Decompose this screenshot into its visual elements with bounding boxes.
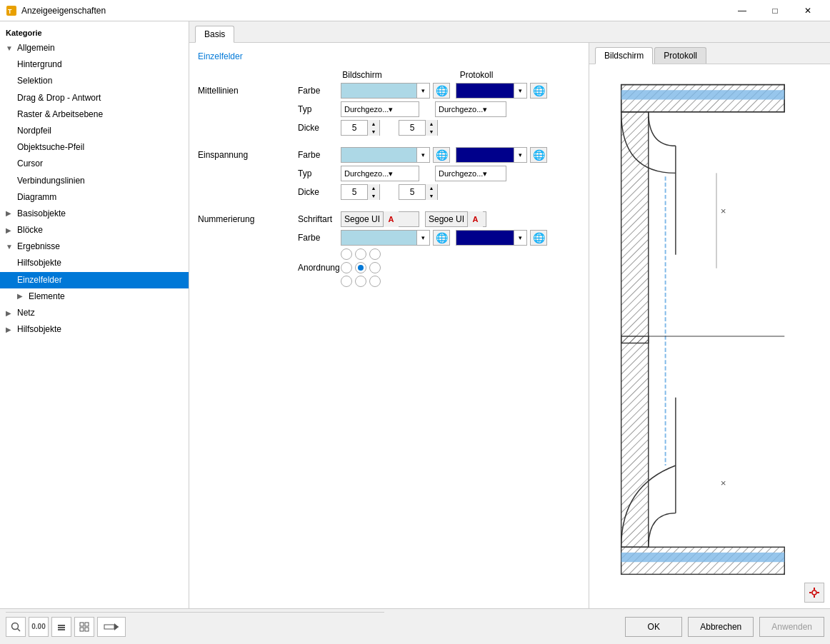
sidebar-item-netz[interactable]: ▶ Netz <box>0 305 189 321</box>
sidebar-item-bloecke[interactable]: ▶ Blöcke <box>0 222 189 238</box>
preview-tab-bildschirm[interactable]: Bildschirm <box>595 47 653 64</box>
mittellinien-typ-bildschirm-dropdown[interactable]: Durchgezo... ▾ <box>341 101 419 117</box>
mittellinien-farbe-protokoll-dropdown[interactable]: ▾ <box>456 83 527 99</box>
einspannung-typ-bildschirm-dropdown[interactable]: Durchgezo... ▾ <box>341 166 419 181</box>
mittellinien-dicke-protokoll-down[interactable]: ▼ <box>426 128 437 136</box>
close-button[interactable]: ✕ <box>791 0 824 21</box>
einspannung-dicke-bildschirm-input[interactable] <box>341 187 367 197</box>
svg-rect-24 <box>817 592 819 593</box>
sidebar-item-einzelfelder[interactable]: Einzelfelder <box>0 272 189 288</box>
sidebar-item-nordpfeil[interactable]: Nordpfeil <box>0 123 189 139</box>
mittellinien-dicke-bildschirm-up[interactable]: ▲ <box>368 120 379 128</box>
einspannung-farbe-bildschirm-globe[interactable]: 🌐 <box>433 147 450 163</box>
einspannung-dicke-bildschirm-down[interactable]: ▼ <box>368 192 379 200</box>
sidebar-item-verbindungslinien[interactable]: Verbindungslinien <box>0 173 189 189</box>
sidebar-item-ergebnisse[interactable]: ▼ Ergebnisse <box>0 238 189 255</box>
nummerierung-farbe-protokoll-swatch <box>456 231 514 245</box>
einspannung-farbe-controls: ▾ 🌐 ▾ 🌐 <box>341 147 547 163</box>
mittellinien-farbe-bildschirm-globe[interactable]: 🌐 <box>433 83 450 99</box>
radio-3[interactable] <box>369 248 381 260</box>
settings-icon <box>809 587 820 598</box>
mittellinien-dicke-protokoll-spinner: ▲ ▼ <box>399 120 438 136</box>
sidebar-item-hilfsobjekte[interactable]: Hilfsobjekte <box>0 255 189 271</box>
einspannung-farbe-bildschirm-dropdown[interactable]: ▾ <box>341 147 430 163</box>
sidebar-item-allgemein[interactable]: ▼ Allgemein <box>0 40 189 56</box>
nummerierung-farbe-protokoll-globe[interactable]: 🌐 <box>530 230 547 246</box>
abbrechen-button[interactable]: Abbrechen <box>688 617 754 637</box>
mittellinien-dicke-protokoll-input[interactable] <box>399 123 425 133</box>
preview-tab-protokoll[interactable]: Protokoll <box>654 47 706 64</box>
mittellinien-dicke-bildschirm-input[interactable] <box>341 123 367 133</box>
radio-8[interactable] <box>355 276 366 287</box>
sidebar-item-diagramm[interactable]: Diagramm <box>0 189 189 206</box>
mittellinien-farbe-bildschirm-arrow[interactable]: ▾ <box>416 84 429 98</box>
mittellinien-farbe-protokoll-arrow[interactable]: ▾ <box>514 84 526 98</box>
nummerierung-farbe-bildschirm-arrow[interactable]: ▾ <box>416 231 429 245</box>
footer-icon4[interactable] <box>74 617 94 637</box>
nummerierung-schriftart-bildschirm-btn[interactable]: Segoe UI A <box>341 211 419 227</box>
anwenden-button[interactable]: Anwenden <box>759 617 824 637</box>
maximize-button[interactable]: □ <box>759 0 791 21</box>
radio-4[interactable] <box>341 262 352 273</box>
farbe-label-1: Farbe <box>298 86 341 96</box>
preview-settings-button[interactable] <box>804 583 824 603</box>
window-title: Anzeigeeigenschaften <box>21 6 106 16</box>
radio-1[interactable] <box>341 248 352 260</box>
sidebar-item-cursor[interactable]: Cursor <box>0 156 189 172</box>
mittellinien-farbe-protokoll-globe[interactable]: 🌐 <box>530 83 547 99</box>
sidebar-item-drag-drop[interactable]: Drag & Drop - Antwort <box>0 90 189 106</box>
svg-rect-29 <box>58 629 65 630</box>
mittellinien-dicke-bildschirm-btns: ▲ ▼ <box>367 120 379 136</box>
einspannung-dicke-protokoll-up[interactable]: ▲ <box>426 184 437 192</box>
mittellinien-farbe-bildschirm-dropdown[interactable]: ▾ <box>341 83 430 99</box>
sidebar-item-objektsuche[interactable]: Objektsuche-Pfeil <box>0 139 189 156</box>
radio-row-3 <box>341 276 381 287</box>
sidebar-item-basisobjekte[interactable]: ▶ Basisobjekte <box>0 206 189 222</box>
tab-bar: Basis <box>189 21 830 43</box>
preview-settings-area <box>804 583 824 603</box>
mittellinien-farbe-bildschirm-controls: ▾ 🌐 ▾ 🌐 <box>341 83 547 99</box>
nummerierung-farbe-bildschirm-dropdown[interactable]: ▾ <box>341 230 430 246</box>
einspannung-typ-protokoll-dropdown[interactable]: Durchgezo... ▾ <box>435 166 506 181</box>
einspannung-dicke-protokoll-input[interactable] <box>399 187 425 197</box>
nummerierung-farbe-protokoll-dropdown[interactable]: ▾ <box>456 230 527 246</box>
footer-value-button[interactable]: 0.00 <box>29 617 49 637</box>
mittellinien-dicke-bildschirm-down[interactable]: ▼ <box>368 128 379 136</box>
nummerierung-schriftart-protokoll-btn[interactable]: Segoe UI A <box>425 211 486 227</box>
einspannung-dicke-protokoll-down[interactable]: ▼ <box>426 192 437 200</box>
footer: 0.00 <box>0 608 830 644</box>
dicke-label-2: Dicke <box>298 187 341 197</box>
einspannung-dicke-bildschirm-up[interactable]: ▲ <box>368 184 379 192</box>
einspannung-typ-controls: Durchgezo... ▾ Durchgezo... ▾ <box>341 166 506 181</box>
sidebar-item-label-elemente: Elemente <box>29 290 65 303</box>
nummerierung-farbe-bildschirm-swatch <box>341 231 416 245</box>
einspannung-farbe-protokoll-dropdown[interactable]: ▾ <box>456 147 527 163</box>
footer-search-button[interactable] <box>6 617 26 637</box>
mittellinien-typ-protokoll-dropdown[interactable]: Durchgezo... ▾ <box>435 101 506 117</box>
dicke-label-1: Dicke <box>298 123 341 133</box>
radio-2[interactable] <box>355 248 366 260</box>
radio-7[interactable] <box>341 276 352 287</box>
radio-5[interactable] <box>355 262 366 273</box>
einspannung-farbe-bildschirm-arrow[interactable]: ▾ <box>416 148 429 162</box>
sidebar-item-hilfsobjekte2[interactable]: ▶ Hilfsobjekte <box>0 321 189 338</box>
svg-line-26 <box>18 628 21 631</box>
tab-basis[interactable]: Basis <box>195 26 234 43</box>
radio-9[interactable] <box>369 276 381 287</box>
einspannung-typ-bildschirm-value: Durchgezo... <box>344 169 389 178</box>
footer-left-icons: 0.00 <box>6 617 126 637</box>
minimize-button[interactable]: — <box>726 0 759 21</box>
sidebar-item-raster[interactable]: Raster & Arbeitsebene <box>0 106 189 123</box>
footer-icon5[interactable] <box>97 617 126 637</box>
ok-button[interactable]: OK <box>625 617 682 637</box>
einspannung-farbe-protokoll-arrow[interactable]: ▾ <box>514 148 526 162</box>
nummerierung-farbe-bildschirm-globe[interactable]: 🌐 <box>433 230 450 246</box>
mittellinien-dicke-protokoll-up[interactable]: ▲ <box>426 120 437 128</box>
nummerierung-farbe-protokoll-arrow[interactable]: ▾ <box>514 231 526 245</box>
sidebar-item-selektion[interactable]: Selektion <box>0 73 189 89</box>
sidebar-item-hintergrund[interactable]: Hintergrund <box>0 56 189 73</box>
radio-6[interactable] <box>369 262 381 273</box>
sidebar-item-elemente[interactable]: ▶ Elemente <box>0 288 189 305</box>
einspannung-farbe-protokoll-globe[interactable]: 🌐 <box>530 147 547 163</box>
footer-icon3[interactable] <box>51 617 71 637</box>
